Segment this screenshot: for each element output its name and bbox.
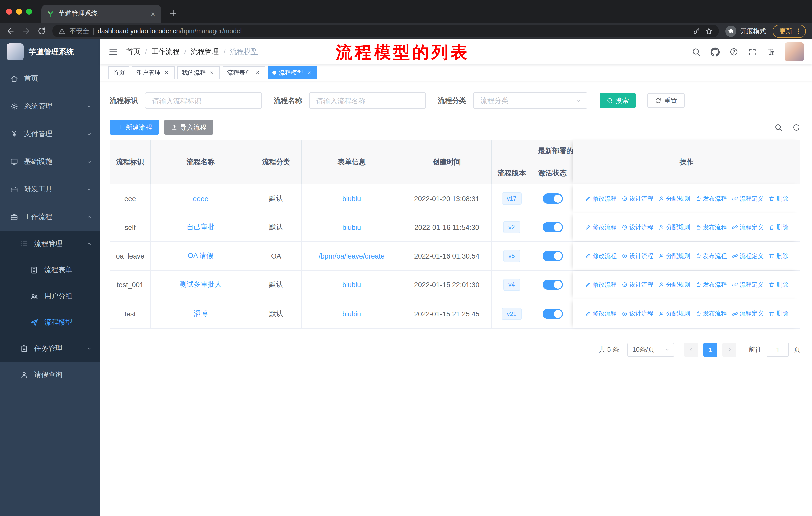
sidebar-item-process-mgmt[interactable]: 流程管理 xyxy=(0,231,100,257)
app-logo[interactable]: 芋道管理系统 xyxy=(0,39,100,64)
form-info-link[interactable]: biubiu xyxy=(342,281,361,289)
security-warning-icon[interactable] xyxy=(58,27,65,34)
sidebar-item-leave-query[interactable]: 请假查询 xyxy=(0,362,100,388)
process-name-link[interactable]: eeee xyxy=(193,194,208,202)
import-process-button[interactable]: 导入流程 xyxy=(164,120,213,135)
process-name-input[interactable] xyxy=(309,92,426,109)
breadcrumb-item-home[interactable]: 首页 xyxy=(126,47,141,56)
view-tag[interactable]: 租户管理 × xyxy=(132,66,175,79)
status-toggle[interactable] xyxy=(543,193,562,203)
process-name-link[interactable]: 测试多审批人 xyxy=(179,280,222,289)
maximize-window-button[interactable] xyxy=(26,8,32,15)
user-avatar[interactable] xyxy=(785,42,804,61)
sidebar-item-payment-mgmt[interactable]: 支付管理 xyxy=(0,120,100,147)
passwords-key-icon[interactable] xyxy=(693,27,701,35)
action-process-definition[interactable]: 流程定义 xyxy=(732,252,764,260)
tab-close-icon[interactable]: × xyxy=(149,9,156,18)
action-process-definition[interactable]: 流程定义 xyxy=(732,309,764,318)
status-toggle[interactable] xyxy=(543,222,562,232)
action-assign-rule[interactable]: 分配规则 xyxy=(659,309,690,318)
form-info-link[interactable]: biubiu xyxy=(342,194,361,202)
search-button[interactable]: 搜索 xyxy=(600,93,636,108)
sidebar-item-user-group[interactable]: 用户分组 xyxy=(0,283,100,309)
table-search-icon[interactable] xyxy=(774,123,782,131)
process-name-link[interactable]: OA 请假 xyxy=(188,251,214,261)
browser-tab[interactable]: 芋道管理系统 × xyxy=(41,4,161,23)
tag-close-icon[interactable]: × xyxy=(208,69,215,76)
page-number-1[interactable]: 1 xyxy=(703,343,717,357)
back-icon[interactable] xyxy=(6,26,15,35)
goto-page-input[interactable] xyxy=(767,343,789,357)
sidebar-item-process-model[interactable]: 流程模型 xyxy=(0,309,100,335)
category-select[interactable]: 流程分类 xyxy=(473,92,587,109)
action-assign-rule[interactable]: 分配规则 xyxy=(659,223,690,232)
status-toggle[interactable] xyxy=(543,251,562,261)
breadcrumb-item-process-mgmt[interactable]: 流程管理 xyxy=(191,47,219,56)
action-process-definition[interactable]: 流程定义 xyxy=(732,194,764,203)
action-publish-process[interactable]: 发布流程 xyxy=(695,194,727,203)
sidebar-item-task-mgmt[interactable]: 任务管理 xyxy=(0,335,100,362)
prev-page-button[interactable] xyxy=(684,343,698,357)
action-delete[interactable]: 删除 xyxy=(769,194,788,203)
action-edit-process[interactable]: 修改流程 xyxy=(585,223,617,232)
action-delete[interactable]: 删除 xyxy=(769,309,788,318)
url-omnibox[interactable]: 不安全 dashboard.yudao.iocoder.cn/bpm/manag… xyxy=(52,25,719,37)
sidebar-item-home[interactable]: 首页 xyxy=(0,64,100,92)
tag-close-icon[interactable]: × xyxy=(163,69,170,76)
action-edit-process[interactable]: 修改流程 xyxy=(585,252,617,260)
form-info-link[interactable]: biubiu xyxy=(342,223,361,231)
hamburger-icon[interactable] xyxy=(108,47,118,57)
action-publish-process[interactable]: 发布流程 xyxy=(695,280,727,289)
forward-icon[interactable] xyxy=(22,26,31,35)
browser-menu-dots-icon[interactable] xyxy=(795,27,802,34)
reset-button[interactable]: 重置 xyxy=(647,93,685,108)
action-assign-rule[interactable]: 分配规则 xyxy=(659,194,690,203)
action-design-process[interactable]: 设计流程 xyxy=(622,223,654,232)
sidebar-item-workflow[interactable]: 工作流程 xyxy=(0,203,100,231)
action-publish-process[interactable]: 发布流程 xyxy=(695,223,727,232)
new-tab-button[interactable] xyxy=(168,8,178,18)
view-tag[interactable]: 首页 xyxy=(108,66,129,79)
view-tag[interactable]: 流程表单 × xyxy=(223,66,265,79)
update-button[interactable]: 更新 xyxy=(773,24,806,37)
fullscreen-icon[interactable] xyxy=(748,48,757,56)
next-page-button[interactable] xyxy=(722,343,736,357)
status-toggle[interactable] xyxy=(543,280,562,290)
bookmark-star-icon[interactable] xyxy=(705,27,713,35)
tag-close-icon[interactable]: × xyxy=(254,69,261,76)
sidebar-item-infrastructure[interactable]: 基础设施 xyxy=(0,147,100,175)
action-edit-process[interactable]: 修改流程 xyxy=(585,194,617,203)
process-name-link[interactable]: 自己审批 xyxy=(186,223,215,232)
sidebar-item-dev-tools[interactable]: 研发工具 xyxy=(0,175,100,203)
process-name-link[interactable]: 滔博 xyxy=(194,309,208,318)
view-tag[interactable]: 流程模型 × xyxy=(268,66,317,79)
status-toggle[interactable] xyxy=(543,309,562,319)
process-key-input[interactable] xyxy=(145,92,262,109)
tag-close-icon[interactable]: × xyxy=(306,69,313,76)
action-design-process[interactable]: 设计流程 xyxy=(622,309,654,318)
view-tag[interactable]: 我的流程 × xyxy=(177,66,220,79)
form-info-link[interactable]: biubiu xyxy=(342,310,361,318)
sidebar-item-system-mgmt[interactable]: 系统管理 xyxy=(0,92,100,120)
action-publish-process[interactable]: 发布流程 xyxy=(695,252,727,260)
help-icon[interactable] xyxy=(729,47,738,56)
font-size-icon[interactable] xyxy=(766,47,775,56)
action-process-definition[interactable]: 流程定义 xyxy=(732,223,764,232)
action-assign-rule[interactable]: 分配规则 xyxy=(659,252,690,260)
action-process-definition[interactable]: 流程定义 xyxy=(732,280,764,289)
action-design-process[interactable]: 设计流程 xyxy=(622,194,654,203)
page-size-select[interactable]: 10条/页 xyxy=(627,343,674,357)
github-icon[interactable] xyxy=(710,47,720,57)
action-delete[interactable]: 删除 xyxy=(769,223,788,232)
breadcrumb-item-workflow[interactable]: 工作流程 xyxy=(151,47,180,56)
action-delete[interactable]: 删除 xyxy=(769,280,788,289)
action-publish-process[interactable]: 发布流程 xyxy=(695,309,727,318)
table-refresh-icon[interactable] xyxy=(792,123,801,131)
create-process-button[interactable]: 新建流程 xyxy=(110,120,159,135)
action-edit-process[interactable]: 修改流程 xyxy=(585,280,617,289)
sidebar-item-process-form[interactable]: 流程表单 xyxy=(0,257,100,283)
action-assign-rule[interactable]: 分配规则 xyxy=(659,280,690,289)
close-window-button[interactable] xyxy=(6,8,12,15)
action-design-process[interactable]: 设计流程 xyxy=(622,252,654,260)
minimize-window-button[interactable] xyxy=(16,8,22,15)
